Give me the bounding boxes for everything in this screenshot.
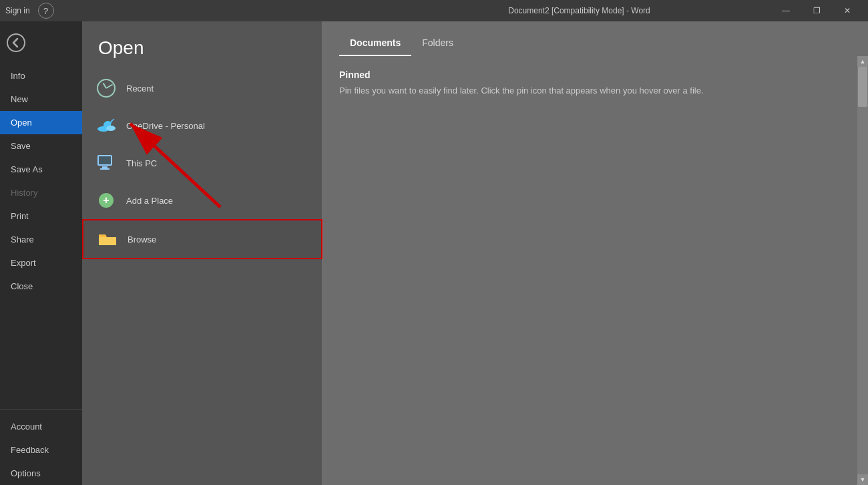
clock-icon	[95, 77, 117, 99]
sidebar-item-history: History	[0, 181, 82, 204]
sidebar-item-save[interactable]: Save	[0, 134, 82, 158]
main-layout: Info New Open Save Save As History Print…	[0, 21, 868, 485]
scroll-up-arrow[interactable]: ▲	[857, 56, 868, 67]
location-recent[interactable]: Recent	[82, 69, 322, 107]
location-add-place-label: Add a Place	[126, 196, 173, 206]
location-list: Recent OneDrive - Personal	[82, 69, 322, 259]
svg-rect-6	[99, 156, 111, 164]
location-this-pc-label: This PC	[126, 158, 157, 168]
sidebar-bottom: Account Feedback Options	[0, 403, 82, 485]
pc-icon	[95, 152, 117, 174]
pinned-header: Pinned	[339, 69, 852, 80]
title-bar: Sign in ? Document2 [Compatibility Mode]…	[0, 0, 868, 21]
add-place-icon: +	[95, 190, 117, 211]
title-bar-controls: — ❐ ✕	[771, 0, 863, 21]
sidebar-item-share[interactable]: Share	[0, 228, 82, 251]
location-recent-label: Recent	[126, 84, 154, 94]
pinned-section: Pinned Pin files you want to easily find…	[323, 56, 868, 485]
tab-documents[interactable]: Documents	[339, 32, 411, 56]
svg-point-2	[106, 126, 116, 131]
location-onedrive-label: OneDrive - Personal	[126, 121, 205, 131]
sidebar-divider	[0, 409, 82, 410]
back-button[interactable]	[0, 27, 32, 59]
location-this-pc[interactable]: This PC	[82, 144, 322, 182]
open-panel-right: Documents Folders Pinned Pin files you w…	[323, 21, 868, 485]
svg-rect-4	[102, 166, 107, 168]
pinned-description: Pin files you want to easily find later.…	[339, 84, 852, 98]
sidebar-item-info[interactable]: Info	[0, 64, 82, 88]
sidebar-item-options[interactable]: Options	[0, 462, 82, 485]
sidebar-item-save-as[interactable]: Save As	[0, 158, 82, 181]
sidebar-item-new[interactable]: New	[0, 88, 82, 111]
sidebar-item-export[interactable]: Export	[0, 251, 82, 275]
location-browse[interactable]: Browse	[82, 219, 322, 259]
sidebar: Info New Open Save Save As History Print…	[0, 21, 82, 485]
title-bar-title: Document2 [Compatibility Mode] - Word	[388, 6, 771, 15]
svg-point-0	[7, 34, 25, 51]
sidebar-item-open[interactable]: Open	[0, 111, 82, 134]
location-onedrive[interactable]: OneDrive - Personal	[82, 107, 322, 144]
sidebar-item-feedback[interactable]: Feedback	[0, 438, 82, 462]
open-title: Open	[82, 21, 322, 69]
scroll-thumb[interactable]	[858, 67, 867, 107]
close-button[interactable]: ✕	[832, 0, 863, 21]
sign-in-button[interactable]: Sign in	[5, 6, 30, 15]
tabs-bar: Documents Folders	[323, 21, 868, 56]
content-area: Open Recent	[82, 21, 868, 485]
scroll-down-arrow[interactable]: ▼	[857, 474, 868, 485]
sidebar-item-account[interactable]: Account	[0, 415, 82, 438]
maximize-button[interactable]: ❐	[801, 0, 832, 21]
minimize-button[interactable]: —	[771, 0, 801, 21]
title-bar-left: Sign in ?	[5, 3, 388, 19]
scroll-track[interactable]	[857, 67, 868, 474]
help-button[interactable]: ?	[38, 3, 54, 19]
onedrive-icon	[95, 115, 117, 136]
sidebar-item-print[interactable]: Print	[0, 204, 82, 228]
location-browse-label: Browse	[128, 234, 156, 245]
scrollbar[interactable]: ▲ ▼	[857, 56, 868, 485]
location-add-place[interactable]: + Add a Place	[82, 182, 322, 219]
svg-rect-5	[100, 168, 110, 170]
tab-folders[interactable]: Folders	[411, 32, 464, 56]
folder-icon	[97, 228, 118, 250]
sidebar-item-close[interactable]: Close	[0, 275, 82, 298]
open-panel-left: Open Recent	[82, 21, 322, 485]
